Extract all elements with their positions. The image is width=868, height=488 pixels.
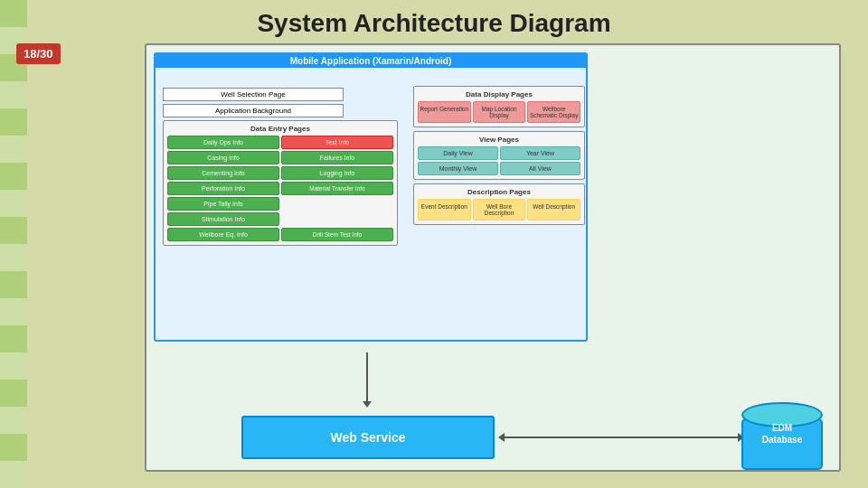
main-diagram: Mobile Application (Xamarin/Android) Wel…: [145, 43, 841, 472]
vp-btn-monthly[interactable]: Monthly View: [418, 162, 498, 175]
data-entry-grid: Daily Ops Info Test Info Casing Info Fai…: [167, 136, 393, 241]
arrow-horizontal: [504, 436, 739, 438]
edm-database: EDM Database: [741, 402, 823, 470]
view-pages-grid: Daily View Year View Monthly View All Vi…: [418, 146, 580, 175]
de-empty-2: [281, 212, 393, 226]
app-background-box: Application Background: [163, 104, 344, 117]
dp-btn-map[interactable]: Map Location Display: [473, 101, 526, 123]
desc-pages-title: Description Pages: [418, 188, 580, 196]
de-btn-perforation[interactable]: Perforation Info: [167, 182, 279, 195]
view-pages-box: View Pages Daily View Year View Monthly …: [413, 131, 585, 180]
vp-btn-all[interactable]: All View: [500, 162, 580, 175]
dp-btn-wellbore[interactable]: Wellbore Schematic Display: [527, 101, 580, 123]
de-btn-stimulation[interactable]: Stimulation Info: [167, 212, 279, 226]
data-display-box: Data Display Pages Report Generation Map…: [413, 86, 585, 127]
web-service-box: Web Service: [241, 416, 495, 459]
de-btn-casing[interactable]: Casing Info: [167, 151, 279, 164]
de-btn-wellbore-eq[interactable]: Wellbore Eq. Info: [167, 228, 279, 241]
mobile-app-box: Mobile Application (Xamarin/Android) Wel…: [154, 52, 588, 342]
de-btn-drill-stem[interactable]: Drill Stem Test Info: [281, 228, 393, 241]
de-btn-material[interactable]: Material Transfer Info: [281, 182, 393, 195]
well-selection-area: Well Selection Page Application Backgrou…: [163, 88, 344, 120]
data-display-grid: Report Generation Map Location Display W…: [418, 101, 580, 123]
de-btn-logging[interactable]: Logging Info: [281, 166, 393, 180]
view-pages-title: View Pages: [418, 136, 580, 144]
desc-btn-well[interactable]: Well Description: [527, 199, 580, 221]
desc-pages-grid: Event Description Well Bore Description …: [418, 199, 580, 221]
de-btn-cementing[interactable]: Cementing Info: [167, 166, 279, 180]
edm-label: EDM Database: [741, 422, 823, 446]
desc-btn-event[interactable]: Event Description: [418, 199, 471, 221]
data-entry-box: Data Entry Pages Daily Ops Info Test Inf…: [163, 120, 398, 246]
desc-pages-box: Description Pages Event Description Well…: [413, 183, 585, 225]
de-btn-test[interactable]: Test Info: [281, 136, 393, 149]
vp-btn-year[interactable]: Year View: [500, 146, 580, 160]
vp-btn-daily[interactable]: Daily View: [418, 146, 498, 160]
data-display-title: Data Display Pages: [418, 90, 580, 99]
data-entry-title: Data Entry Pages: [167, 125, 393, 133]
de-empty-1: [281, 197, 393, 211]
page-title: System Architecture Diagram: [0, 0, 868, 43]
well-selection-box: Well Selection Page: [163, 88, 344, 101]
arrow-down: [366, 352, 368, 402]
mobile-app-title: Mobile Application (Xamarin/Android): [156, 54, 586, 68]
web-service-label: Web Service: [330, 430, 405, 445]
de-btn-daily-ops[interactable]: Daily Ops Info: [167, 136, 279, 149]
desc-btn-wellbore[interactable]: Well Bore Description: [473, 199, 526, 221]
de-btn-failures[interactable]: Failures Info: [281, 151, 393, 164]
slide-number: 18/30: [16, 43, 61, 64]
de-btn-pipe[interactable]: Pipe Tally Info: [167, 197, 279, 211]
left-decorative-strip: [0, 0, 27, 488]
dp-btn-report[interactable]: Report Generation: [418, 101, 471, 123]
right-panels: Data Display Pages Report Generation Map…: [413, 86, 585, 225]
